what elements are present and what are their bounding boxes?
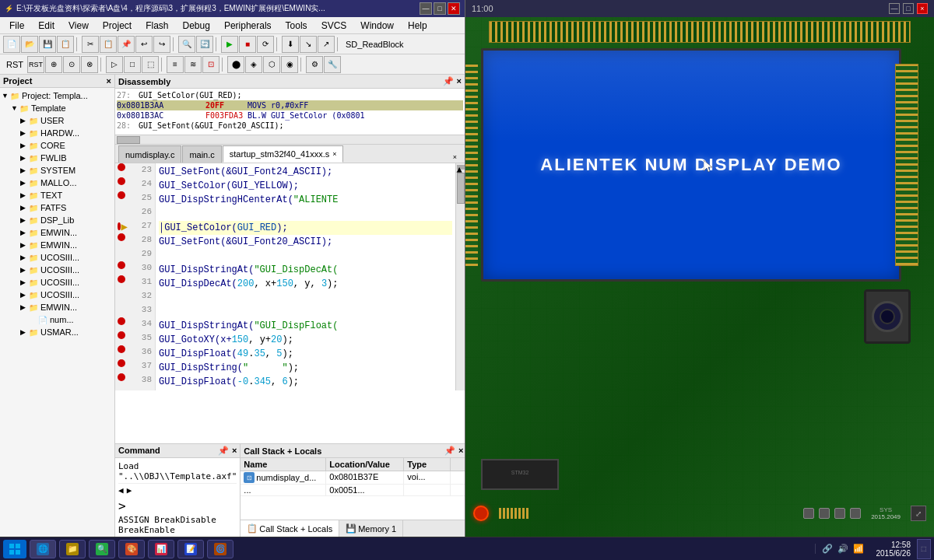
tree-user[interactable]: ▶ 📁 USER [2, 114, 113, 127]
code-vscroll[interactable]: ▲ [455, 163, 465, 390]
tree-emwin2[interactable]: ▶ 📁 EMWIN... [2, 239, 113, 251]
tree-numfile[interactable]: 📄 num... [2, 313, 113, 326]
code-content[interactable]: ▶ [115, 163, 465, 443]
tree-core[interactable]: ▶ 📁 CORE [2, 139, 113, 152]
toolbar-save[interactable]: 💾 [39, 36, 56, 53]
toolbar-t6[interactable]: ⬚ [142, 56, 159, 73]
close-button[interactable]: ✕ [448, 2, 460, 15]
toolbar-debug-run[interactable]: ▶ [221, 36, 238, 53]
toolbar-step-into[interactable]: ↘ [300, 36, 317, 53]
toolbar-redo[interactable]: ↪ [153, 36, 170, 53]
editor-close[interactable]: × [448, 152, 462, 163]
command-pin[interactable]: 📌 [218, 446, 229, 456]
toolbar-t14[interactable]: ⚙ [306, 56, 323, 73]
menu-project[interactable]: Project [97, 19, 138, 33]
maximize-button[interactable]: □ [434, 2, 446, 15]
hw-min-btn[interactable]: — [889, 3, 900, 14]
toolbar-paste[interactable]: 📌 [118, 36, 135, 53]
toolbar-t15[interactable]: 🔧 [324, 56, 341, 73]
toolbar-rst[interactable]: RST [27, 56, 44, 73]
project-tree[interactable]: ▼ 📁 Project: Templa... ▼ 📁 Template ▶ 📁 [0, 88, 114, 537]
nav-right[interactable]: ▶ [127, 485, 132, 495]
taskbar-app-search[interactable]: 🔍 [89, 540, 115, 558]
tab-startup-close[interactable]: × [332, 150, 336, 158]
toolbar-t5[interactable]: □ [124, 56, 141, 73]
toolbar-t1[interactable]: ⊕ [45, 56, 62, 73]
tree-ucos2[interactable]: ▶ 📁 UCOSIII... [2, 264, 113, 276]
cs-tab-memory[interactable]: 💾 Memory 1 [339, 520, 403, 537]
toolbar-debug-stop[interactable]: ■ [239, 36, 256, 53]
toolbar-t11[interactable]: ◈ [245, 56, 262, 73]
toolbar-t8[interactable]: ≋ [184, 56, 202, 73]
menu-view[interactable]: View [62, 19, 95, 33]
menu-window[interactable]: Window [354, 19, 400, 33]
taskbar-app-other[interactable]: 🌀 [207, 540, 234, 558]
toolbar-open[interactable]: 📂 [21, 36, 38, 53]
toolbar-new[interactable]: 📄 [3, 36, 20, 53]
code-vscroll-thumb[interactable] [457, 173, 465, 204]
tree-root[interactable]: ▼ 📁 Project: Templa... [2, 89, 113, 102]
menu-debug[interactable]: Debug [177, 19, 216, 33]
toolbar-step-over[interactable]: ⬇ [282, 36, 299, 53]
disasm-pin[interactable]: 📌 [443, 76, 454, 86]
toolbar-copy[interactable]: 📋 [100, 36, 117, 53]
tree-mallo[interactable]: ▶ 📁 MALLO... [2, 177, 113, 189]
menu-edit[interactable]: Edit [32, 19, 61, 33]
start-button[interactable] [3, 540, 26, 558]
toolbar-t13[interactable]: ◉ [281, 56, 298, 73]
toolbar-save-all[interactable]: 📋 [57, 36, 74, 53]
tree-system[interactable]: ▶ 📁 SYSTEM [2, 164, 113, 177]
toolbar-t4[interactable]: ▷ [106, 56, 123, 73]
menu-peripherals[interactable]: Peripherals [218, 19, 278, 33]
disasm-scroll-thumb[interactable] [117, 136, 140, 144]
hw-close-btn[interactable]: × [917, 3, 928, 14]
tree-template[interactable]: ▼ 📁 Template [2, 102, 113, 114]
toolbar-t10[interactable]: ⬤ [227, 56, 244, 73]
tree-ucos4[interactable]: ▶ 📁 UCOSIII... [2, 289, 113, 301]
tab-numdisplay[interactable]: numdisplay.c [118, 145, 181, 163]
tree-emwin1[interactable]: ▶ 📁 EMWIN... [2, 226, 113, 239]
toolbar-step-out[interactable]: ↗ [318, 36, 335, 53]
show-desktop-btn[interactable]: ⬚ [917, 539, 931, 559]
tree-fwlib[interactable]: ▶ 📁 FWLIB [2, 152, 113, 164]
toolbar-undo[interactable]: ↩ [135, 36, 153, 53]
toolbar-t3[interactable]: ⊗ [81, 56, 98, 73]
menu-tools[interactable]: Tools [279, 19, 314, 33]
taskbar-app-browser[interactable]: 🌐 [30, 540, 56, 558]
menu-svcs[interactable]: SVCS [315, 19, 353, 33]
hw-max-btn[interactable]: □ [903, 3, 914, 14]
tab-main[interactable]: main.c [182, 145, 221, 163]
toolbar-t7[interactable]: ≡ [167, 56, 184, 73]
code-vscroll-up[interactable]: ▲ [457, 165, 465, 170]
minimize-button[interactable]: — [420, 2, 432, 15]
callstack-close[interactable]: × [458, 446, 463, 456]
taskbar-app-paint[interactable]: 🎨 [118, 540, 145, 558]
tab-startup[interactable]: startup_stm32f40_41xxx.s × [223, 145, 344, 163]
tree-dsplib[interactable]: ▶ 📁 DSP_Lib [2, 214, 113, 226]
toolbar-replace[interactable]: 🔄 [196, 36, 213, 53]
toolbar-t12[interactable]: ⬡ [263, 56, 280, 73]
cs-tab-callstack[interactable]: 📋 Call Stack + Locals [241, 520, 339, 537]
toolbar-debug-reset[interactable]: ⟳ [257, 36, 274, 53]
toolbar-find[interactable]: 🔍 [178, 36, 195, 53]
tray-network[interactable]: 🔗 [822, 544, 833, 554]
hw-expand-btn[interactable]: ⤢ [911, 506, 926, 521]
tree-ucos1[interactable]: ▶ 📁 UCOSIII... [2, 251, 113, 264]
disasm-close[interactable]: × [457, 76, 462, 86]
menu-file[interactable]: File [3, 19, 30, 33]
toolbar-cut[interactable]: ✂ [82, 36, 99, 53]
tree-ucos3[interactable]: ▶ 📁 UCOSIII... [2, 276, 113, 289]
tree-text[interactable]: ▶ 📁 TEXT [2, 189, 113, 201]
disasm-hscroll[interactable] [115, 135, 465, 144]
menu-flash[interactable]: Flash [139, 19, 174, 33]
command-close[interactable]: × [232, 446, 237, 456]
menu-help[interactable]: Help [402, 19, 434, 33]
toolbar-t9[interactable]: ⊡ [202, 56, 219, 73]
callstack-pin[interactable]: 📌 [444, 446, 455, 456]
system-time-display[interactable]: 12:58 2015/6/26 [876, 541, 911, 558]
tree-emwin3[interactable]: ▶ 📁 EMWIN... [2, 301, 113, 313]
taskbar-app-word[interactable]: 📝 [177, 540, 204, 558]
project-panel-close[interactable]: × [107, 76, 111, 86]
taskbar-app-ppt[interactable]: 📊 [148, 540, 174, 558]
tray-volume[interactable]: 🔊 [837, 544, 848, 554]
